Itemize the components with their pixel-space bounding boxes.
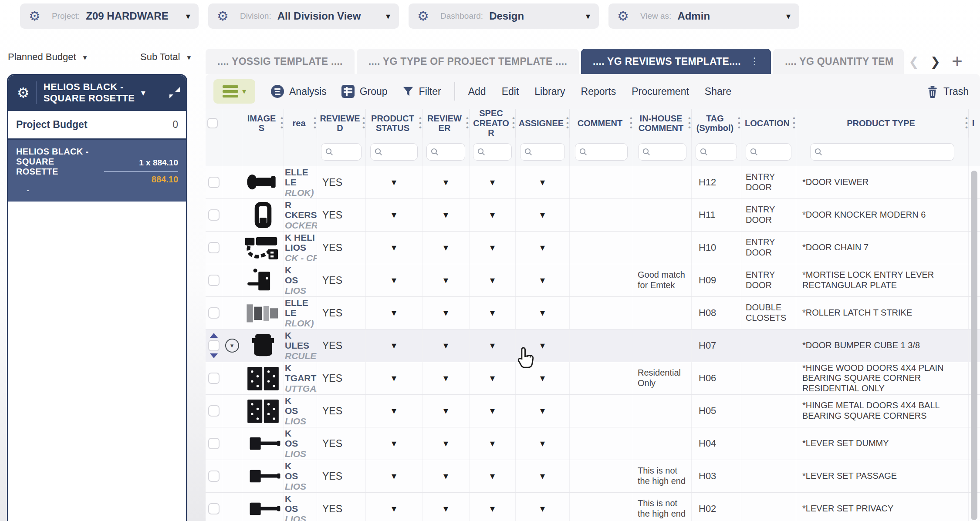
table-row[interactable]: ELLELERLOK)YES▾▾▾▾H12ENTRY DOOR*DOOR VIE… [206, 166, 980, 199]
toolbar-menu-item[interactable]: Add [468, 86, 486, 97]
door-bumper-image[interactable] [244, 332, 282, 359]
column-menu-icon[interactable]: ••• [793, 116, 795, 130]
reviewer-dropdown[interactable]: ▾ [443, 307, 448, 319]
table-row[interactable]: ▾KULESRCULEYES▾▾▾▾H07*DOOR BUMPER CUBE 1… [206, 329, 980, 362]
gear-icon[interactable]: ⚙ [17, 84, 30, 101]
mortise-lock-image[interactable] [244, 267, 282, 294]
row-checkbox[interactable] [208, 471, 220, 482]
lever-image[interactable] [244, 463, 282, 490]
tabs-scroll-left-icon[interactable]: ❮ [909, 54, 919, 69]
gear-icon[interactable]: ⚙ [417, 10, 429, 23]
spec-creator-dropdown[interactable]: ▾ [490, 307, 495, 319]
reviewer-dropdown[interactable]: ▾ [443, 405, 448, 417]
search-input-location[interactable] [761, 147, 787, 157]
table-row[interactable]: K HELILIOSCK - CFYES▾▾▾▾H10ENTRY DOOR*DO… [206, 232, 980, 264]
move-row-up-icon[interactable] [210, 333, 218, 338]
spec-creator-dropdown[interactable]: ▾ [490, 209, 495, 221]
spec-creator-dropdown[interactable]: ▾ [490, 177, 495, 188]
status-dropdown[interactable]: ▾ [392, 373, 396, 384]
tab[interactable]: .... YG QUANTITY TEM [773, 49, 904, 74]
search-input-spec-creator[interactable] [488, 147, 507, 157]
tab[interactable]: .... YG TYPE OF PROJECT TEMPLATE .... [357, 49, 579, 74]
status-dropdown[interactable]: ▾ [392, 307, 396, 319]
row-checkbox[interactable] [208, 340, 220, 351]
toolbar-menu-item[interactable]: Share [705, 86, 731, 97]
door-chain-image[interactable] [244, 234, 282, 261]
budget-item-selected[interactable]: HELIOS BLACK - SQUARE ROSETTE 1 x 884.10… [8, 140, 186, 202]
column-menu-icon[interactable]: ••• [566, 116, 569, 130]
reviewer-dropdown[interactable]: ▾ [443, 275, 448, 286]
table-row[interactable]: KOSLIOSYES▾▾▾▾Good match for EmtekH09ENT… [206, 264, 980, 297]
assignee-dropdown[interactable]: ▾ [540, 471, 545, 482]
assignee-dropdown[interactable]: ▾ [540, 209, 545, 221]
row-checkbox[interactable] [208, 373, 220, 384]
filter-button[interactable]: Filter [402, 86, 441, 97]
assignee-dropdown[interactable]: ▾ [540, 307, 545, 319]
table-row[interactable]: KOSLIOSYES▾▾▾▾H05*HINGE METAL DOORS 4X4 … [206, 395, 980, 427]
reviewer-dropdown[interactable]: ▾ [443, 242, 448, 253]
search-input-reviewer[interactable] [442, 147, 462, 157]
reviewer-dropdown[interactable]: ▾ [443, 177, 448, 188]
search-input-in-house-comment[interactable] [653, 147, 683, 157]
spec-creator-dropdown[interactable]: ▾ [490, 438, 495, 449]
column-menu-icon[interactable]: ••• [738, 116, 740, 130]
reviewer-dropdown[interactable]: ▾ [443, 471, 448, 482]
column-menu-icon[interactable]: ••• [314, 116, 316, 130]
subtotal-selector[interactable]: Sub Total ▾ [140, 51, 191, 63]
table-row[interactable]: KTGARTUTTGA.YES▾▾▾▾Residential OnlyH06*H… [206, 362, 980, 395]
column-menu-icon[interactable]: ••• [419, 116, 422, 130]
status-dropdown[interactable]: ▾ [392, 503, 396, 514]
filter-dropdown[interactable]: ⚙ Division: All Division View ▾ [208, 3, 399, 29]
spec-creator-dropdown[interactable]: ▾ [490, 340, 495, 351]
column-menu-icon[interactable]: ••• [466, 116, 469, 130]
gear-icon[interactable]: ⚙ [217, 10, 229, 23]
toolbar-menu-item[interactable]: Reports [581, 86, 616, 97]
search-input-reviewed[interactable] [336, 147, 358, 157]
analysis-button[interactable]: Analysis [271, 85, 327, 98]
assignee-dropdown[interactable]: ▾ [540, 405, 545, 417]
lever-image[interactable] [244, 495, 282, 521]
status-dropdown[interactable]: ▾ [392, 177, 396, 188]
spec-creator-dropdown[interactable]: ▾ [490, 405, 495, 417]
status-dropdown[interactable]: ▾ [392, 405, 396, 417]
row-checkbox[interactable] [208, 503, 220, 514]
status-dropdown[interactable]: ▾ [392, 438, 396, 449]
lever-image[interactable] [244, 430, 282, 457]
column-menu-icon[interactable]: ••• [362, 116, 365, 130]
budget-card-header[interactable]: ⚙ HELIOS BLACK - SQUARE ROSETTE ▾ [8, 75, 186, 111]
roller-latch-image[interactable] [244, 299, 282, 326]
reviewer-dropdown[interactable]: ▾ [443, 373, 448, 384]
reviewer-dropdown[interactable]: ▾ [443, 209, 448, 221]
row-checkbox[interactable] [208, 307, 220, 319]
search-input-tag[interactable] [711, 147, 733, 157]
hinge-image[interactable] [244, 365, 282, 392]
planned-budget-selector[interactable]: Planned Budget ▾ [8, 51, 87, 63]
status-dropdown[interactable]: ▾ [392, 275, 396, 286]
column-menu-icon[interactable]: ••• [688, 116, 691, 130]
table-row[interactable]: RCKERSOCKERYES▾▾▾▾H11ENTRY DOOR*DOOR KNO… [206, 199, 980, 232]
column-menu-icon[interactable]: ••• [965, 116, 968, 130]
spec-creator-dropdown[interactable]: ▾ [490, 275, 495, 286]
assignee-dropdown[interactable]: ▾ [540, 275, 545, 286]
search-input-assignee[interactable] [535, 147, 561, 157]
table-row[interactable]: KOSLIOSYES▾▾▾▾This is not the high endH0… [206, 493, 980, 521]
search-input-status[interactable] [385, 147, 413, 157]
vertical-scrollbar[interactable] [971, 171, 977, 520]
assignee-dropdown[interactable]: ▾ [540, 242, 545, 253]
assignee-dropdown[interactable]: ▾ [540, 373, 545, 384]
spec-creator-dropdown[interactable]: ▾ [490, 503, 495, 514]
tab[interactable]: .... YG REVIEWS TEMPLATE.... ⋮ [581, 49, 771, 74]
tab[interactable]: .... YOSSIG TEMPLATE .... [206, 49, 355, 74]
filter-dropdown[interactable]: ⚙ Dashboard: Design ▾ [409, 3, 599, 29]
trash-button[interactable]: Trash [927, 85, 969, 98]
column-menu-icon[interactable]: ••• [280, 116, 283, 130]
select-all-checkbox[interactable] [207, 118, 218, 128]
toolbar-menu-item[interactable]: Edit [502, 86, 519, 97]
gear-icon[interactable]: ⚙ [29, 10, 41, 23]
reviewer-dropdown[interactable]: ▾ [443, 340, 448, 351]
spec-creator-dropdown[interactable]: ▾ [490, 242, 495, 253]
filter-dropdown[interactable]: ⚙ View as: Admin ▾ [608, 3, 799, 29]
assignee-dropdown[interactable]: ▾ [540, 177, 545, 188]
row-checkbox[interactable] [208, 275, 220, 286]
tabs-scroll-right-icon[interactable]: ❯ [930, 54, 940, 69]
